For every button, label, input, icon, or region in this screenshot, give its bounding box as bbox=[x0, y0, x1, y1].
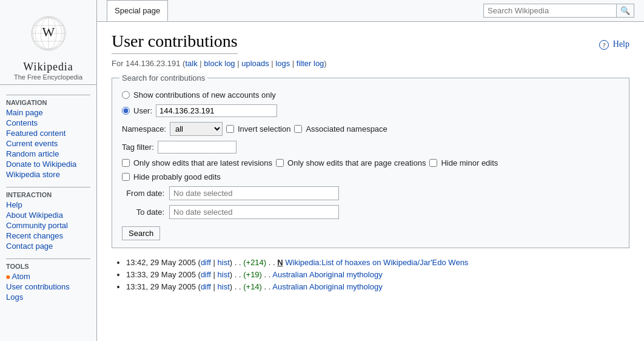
new-accounts-radio[interactable] bbox=[122, 91, 130, 99]
nav-section-title: Navigation bbox=[6, 95, 90, 106]
diff-size-1: (+214) bbox=[243, 258, 266, 267]
sidebar-item-about[interactable]: About Wikipedia bbox=[6, 210, 90, 220]
diff-link-2[interactable]: diff bbox=[201, 270, 211, 279]
sidebar-item-current-events[interactable]: Current events bbox=[6, 138, 90, 149]
sidebar-item-recent-changes[interactable]: Recent changes bbox=[6, 231, 90, 241]
block-log-link[interactable]: block log bbox=[204, 59, 235, 68]
page-creations-checkbox[interactable] bbox=[276, 159, 284, 167]
page-subtitle: For 144.136.23.191 (talk | block log | u… bbox=[112, 59, 629, 68]
logs-link[interactable]: logs bbox=[275, 59, 290, 68]
page-creations-label: Only show edits that are page creations bbox=[287, 158, 426, 167]
article-link-3[interactable]: Australian Aboriginal mythology bbox=[272, 282, 382, 291]
sidebar-item-community[interactable]: Community portal bbox=[6, 220, 90, 231]
tag-filter-input[interactable] bbox=[158, 141, 236, 154]
namespace-label: Namespace: bbox=[122, 124, 166, 133]
table-row: 13:33, 29 May 2005 (diff | hist) . . (+1… bbox=[126, 270, 629, 279]
user-label: User: bbox=[133, 106, 152, 115]
hist-link-1[interactable]: hist bbox=[218, 258, 230, 267]
sidebar-item-donate[interactable]: Donate to Wikipedia bbox=[6, 159, 90, 169]
user-input[interactable] bbox=[156, 104, 277, 117]
help-circle-icon: ? bbox=[599, 40, 609, 50]
sidebar-item-help[interactable]: Help bbox=[6, 200, 90, 210]
tools-section-title: Tools bbox=[6, 258, 90, 270]
search-contributions-button[interactable]: Search bbox=[122, 226, 160, 240]
sidebar-item-featured[interactable]: Featured content bbox=[6, 128, 90, 138]
results-list: 13:42, 29 May 2005 (diff | hist) . . (+2… bbox=[112, 258, 629, 291]
article-link-2[interactable]: Australian Aboriginal mythology bbox=[272, 270, 382, 279]
result-time-2: 13:33, 29 May 2005 bbox=[126, 270, 196, 279]
hide-minor-label: Hide minor edits bbox=[441, 158, 498, 167]
interaction-section-title: Interaction bbox=[6, 187, 90, 198]
sidebar-item-atom[interactable]: ■ Atom bbox=[6, 271, 90, 282]
from-date-input[interactable] bbox=[169, 186, 339, 200]
form-legend: Search for contributions bbox=[119, 73, 207, 83]
result-time-1: 13:42, 29 May 2005 bbox=[126, 258, 196, 267]
filter-log-link[interactable]: filter log bbox=[297, 59, 324, 68]
svg-text:W: W bbox=[42, 24, 55, 39]
talk-link[interactable]: talk bbox=[185, 59, 197, 68]
hist-link-3[interactable]: hist bbox=[218, 282, 230, 291]
site-subtitle: The Free Encyclopedia bbox=[0, 73, 96, 81]
tag-filter-label: Tag filter: bbox=[122, 143, 154, 152]
article-link-1[interactable]: Wikipedia:List of hoaxes on Wikipedia/Ja… bbox=[285, 258, 468, 267]
site-title: Wikipedia bbox=[0, 61, 96, 73]
from-date-label: From date: bbox=[122, 189, 164, 198]
search-button[interactable]: 🔍 bbox=[617, 4, 634, 18]
sidebar-item-main-page[interactable]: Main page bbox=[6, 107, 90, 118]
new-accounts-label: Show contributions of new accounts only bbox=[133, 90, 276, 100]
latest-revisions-label: Only show edits that are latest revision… bbox=[133, 158, 272, 167]
hide-good-label: Hide probably good edits bbox=[133, 172, 221, 181]
n-badge-1: N bbox=[277, 258, 283, 267]
associated-label: Associated namespace bbox=[306, 124, 387, 133]
search-input[interactable] bbox=[483, 4, 617, 18]
help-link[interactable]: ? Help bbox=[599, 39, 629, 50]
contributions-form: Search for contributions Show contributi… bbox=[112, 78, 629, 248]
special-page-tab[interactable]: Special page bbox=[107, 0, 168, 21]
page-title: User contributions bbox=[112, 32, 238, 54]
diff-link-3[interactable]: diff bbox=[201, 282, 211, 291]
wikipedia-logo: W bbox=[24, 12, 73, 61]
invert-selection-checkbox[interactable] bbox=[226, 125, 234, 133]
sidebar-item-store[interactable]: Wikipedia store bbox=[6, 169, 90, 180]
rss-icon: ■ bbox=[6, 273, 10, 280]
uploads-link[interactable]: uploads bbox=[241, 59, 269, 68]
help-anchor[interactable]: Help bbox=[613, 39, 629, 49]
hide-good-checkbox[interactable] bbox=[122, 173, 130, 181]
associated-namespace-checkbox[interactable] bbox=[294, 125, 302, 133]
user-radio[interactable] bbox=[122, 107, 130, 115]
sidebar-item-random[interactable]: Random article bbox=[6, 149, 90, 159]
sidebar-item-contents[interactable]: Contents bbox=[6, 118, 90, 128]
diff-size-2: (+19) bbox=[243, 270, 262, 279]
diff-size-3: (+14) bbox=[243, 282, 262, 291]
sidebar-item-contact[interactable]: Contact page bbox=[6, 241, 90, 251]
table-row: 13:31, 29 May 2005 (diff | hist) . . (+1… bbox=[126, 282, 629, 291]
sidebar-item-logs[interactable]: Logs bbox=[6, 292, 90, 302]
sidebar-item-user-contribs[interactable]: User contributions bbox=[6, 282, 90, 292]
hide-minor-checkbox[interactable] bbox=[429, 159, 437, 167]
latest-revisions-checkbox[interactable] bbox=[122, 159, 130, 167]
invert-label: Invert selection bbox=[238, 124, 290, 133]
hist-link-2[interactable]: hist bbox=[218, 270, 230, 279]
result-time-3: 13:31, 29 May 2005 bbox=[126, 282, 196, 291]
diff-link-1[interactable]: diff bbox=[201, 258, 211, 267]
to-date-label: To date: bbox=[122, 208, 164, 217]
table-row: 13:42, 29 May 2005 (diff | hist) . . (+2… bbox=[126, 258, 629, 267]
namespace-select[interactable]: all (main) Talk Wikipedia bbox=[170, 122, 223, 136]
to-date-input[interactable] bbox=[169, 205, 339, 219]
